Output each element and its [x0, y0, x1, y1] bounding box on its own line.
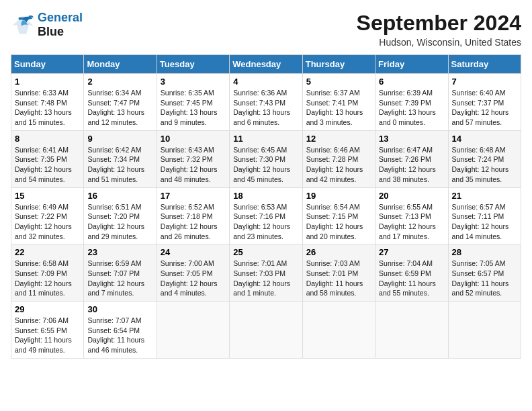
calendar-cell: 22Sunrise: 6:58 AMSunset: 7:09 PMDayligh… [11, 244, 84, 302]
day-info: Sunrise: 6:54 AMSunset: 7:15 PMDaylight:… [306, 202, 371, 242]
logo-icon [11, 13, 35, 37]
calendar-cell: 6Sunrise: 6:39 AMSunset: 7:39 PMDaylight… [375, 74, 448, 131]
day-number: 14 [452, 134, 517, 144]
day-number: 16 [87, 191, 152, 201]
calendar-cell: 17Sunrise: 6:52 AMSunset: 7:18 PMDayligh… [157, 187, 229, 244]
calendar-week-4: 22Sunrise: 6:58 AMSunset: 7:09 PMDayligh… [11, 244, 521, 302]
day-info: Sunrise: 6:39 AMSunset: 7:39 PMDaylight:… [379, 88, 444, 128]
calendar-table: SundayMondayTuesdayWednesdayThursdayFrid… [11, 54, 521, 359]
calendar-cell: 11Sunrise: 6:45 AMSunset: 7:30 PMDayligh… [230, 130, 302, 187]
day-number: 24 [161, 247, 226, 257]
day-number: 12 [306, 134, 371, 144]
calendar-cell: 25Sunrise: 7:01 AMSunset: 7:03 PMDayligh… [230, 244, 302, 302]
calendar-cell: 3Sunrise: 6:35 AMSunset: 7:45 PMDaylight… [157, 74, 229, 131]
day-info: Sunrise: 7:00 AMSunset: 7:05 PMDaylight:… [161, 259, 226, 298]
day-info: Sunrise: 7:07 AMSunset: 6:54 PMDaylight:… [87, 316, 152, 355]
calendar-cell [448, 302, 521, 359]
day-info: Sunrise: 7:05 AMSunset: 6:57 PMDaylight:… [452, 259, 517, 298]
calendar-cell: 19Sunrise: 6:54 AMSunset: 7:15 PMDayligh… [302, 187, 375, 244]
day-number: 26 [306, 247, 371, 257]
day-number: 5 [306, 77, 371, 87]
day-number: 13 [379, 134, 444, 144]
calendar-cell: 20Sunrise: 6:55 AMSunset: 7:13 PMDayligh… [375, 187, 448, 244]
day-number: 21 [452, 191, 517, 201]
day-info: Sunrise: 6:46 AMSunset: 7:28 PMDaylight:… [306, 145, 371, 185]
day-info: Sunrise: 7:06 AMSunset: 6:55 PMDaylight:… [15, 316, 80, 355]
day-number: 8 [15, 134, 80, 144]
title-area: September 2024 Hudson, Wisconsin, United… [357, 11, 521, 48]
weekday-header-sunday: Sunday [11, 55, 84, 74]
calendar-cell: 2Sunrise: 6:34 AMSunset: 7:47 PMDaylight… [84, 74, 157, 131]
day-number: 19 [306, 191, 371, 201]
day-number: 25 [233, 247, 298, 257]
weekday-header-thursday: Thursday [302, 55, 375, 74]
day-number: 2 [87, 77, 152, 87]
day-number: 9 [87, 134, 152, 144]
calendar-week-5: 29Sunrise: 7:06 AMSunset: 6:55 PMDayligh… [11, 302, 521, 359]
calendar-week-1: 1Sunrise: 6:33 AMSunset: 7:48 PMDaylight… [11, 74, 521, 131]
day-number: 18 [233, 191, 298, 201]
day-number: 4 [233, 77, 298, 87]
calendar-cell [302, 302, 375, 359]
calendar-cell: 9Sunrise: 6:42 AMSunset: 7:34 PMDaylight… [84, 130, 157, 187]
calendar-cell: 1Sunrise: 6:33 AMSunset: 7:48 PMDaylight… [11, 74, 84, 131]
calendar-body: 1Sunrise: 6:33 AMSunset: 7:48 PMDaylight… [11, 74, 521, 359]
header: General Blue September 2024 Hudson, Wisc… [11, 11, 521, 48]
calendar-cell: 15Sunrise: 6:49 AMSunset: 7:22 PMDayligh… [11, 187, 84, 244]
day-number: 10 [161, 134, 226, 144]
day-info: Sunrise: 7:03 AMSunset: 7:01 PMDaylight:… [306, 259, 371, 298]
calendar-cell: 26Sunrise: 7:03 AMSunset: 7:01 PMDayligh… [302, 244, 375, 302]
weekday-header-wednesday: Wednesday [230, 55, 302, 74]
day-info: Sunrise: 6:45 AMSunset: 7:30 PMDaylight:… [233, 145, 298, 185]
day-number: 29 [15, 304, 80, 314]
day-info: Sunrise: 6:48 AMSunset: 7:24 PMDaylight:… [452, 145, 517, 185]
day-info: Sunrise: 6:53 AMSunset: 7:16 PMDaylight:… [233, 202, 298, 242]
day-number: 28 [452, 247, 517, 257]
day-info: Sunrise: 6:37 AMSunset: 7:41 PMDaylight:… [306, 88, 371, 128]
day-info: Sunrise: 6:35 AMSunset: 7:45 PMDaylight:… [161, 88, 226, 128]
calendar-cell: 7Sunrise: 6:40 AMSunset: 7:37 PMDaylight… [448, 74, 521, 131]
day-number: 22 [15, 247, 80, 257]
day-info: Sunrise: 6:52 AMSunset: 7:18 PMDaylight:… [161, 202, 226, 242]
day-info: Sunrise: 6:49 AMSunset: 7:22 PMDaylight:… [15, 202, 80, 242]
day-info: Sunrise: 6:34 AMSunset: 7:47 PMDaylight:… [87, 88, 152, 128]
day-info: Sunrise: 6:33 AMSunset: 7:48 PMDaylight:… [15, 88, 80, 128]
calendar-cell: 29Sunrise: 7:06 AMSunset: 6:55 PMDayligh… [11, 302, 84, 359]
calendar-cell: 21Sunrise: 6:57 AMSunset: 7:11 PMDayligh… [448, 187, 521, 244]
calendar-cell: 27Sunrise: 7:04 AMSunset: 6:59 PMDayligh… [375, 244, 448, 302]
day-number: 30 [87, 304, 152, 314]
day-info: Sunrise: 6:40 AMSunset: 7:37 PMDaylight:… [452, 88, 517, 128]
day-number: 15 [15, 191, 80, 201]
calendar-cell: 14Sunrise: 6:48 AMSunset: 7:24 PMDayligh… [448, 130, 521, 187]
weekday-header-saturday: Saturday [448, 55, 521, 74]
calendar-cell: 13Sunrise: 6:47 AMSunset: 7:26 PMDayligh… [375, 130, 448, 187]
page-title: September 2024 [357, 11, 521, 36]
calendar-cell: 28Sunrise: 7:05 AMSunset: 6:57 PMDayligh… [448, 244, 521, 302]
calendar-cell: 5Sunrise: 6:37 AMSunset: 7:41 PMDaylight… [302, 74, 375, 131]
day-info: Sunrise: 6:36 AMSunset: 7:43 PMDaylight:… [233, 88, 298, 128]
day-info: Sunrise: 6:55 AMSunset: 7:13 PMDaylight:… [379, 202, 444, 242]
day-number: 7 [452, 77, 517, 87]
day-info: Sunrise: 6:43 AMSunset: 7:32 PMDaylight:… [161, 145, 226, 185]
day-info: Sunrise: 6:41 AMSunset: 7:35 PMDaylight:… [15, 145, 80, 185]
calendar-cell: 24Sunrise: 7:00 AMSunset: 7:05 PMDayligh… [157, 244, 229, 302]
day-info: Sunrise: 6:42 AMSunset: 7:34 PMDaylight:… [87, 145, 152, 185]
day-number: 17 [161, 191, 226, 201]
day-number: 6 [379, 77, 444, 87]
day-info: Sunrise: 6:59 AMSunset: 7:07 PMDaylight:… [87, 259, 152, 298]
calendar-cell: 10Sunrise: 6:43 AMSunset: 7:32 PMDayligh… [157, 130, 229, 187]
calendar-cell: 12Sunrise: 6:46 AMSunset: 7:28 PMDayligh… [302, 130, 375, 187]
day-number: 3 [161, 77, 226, 87]
calendar-week-2: 8Sunrise: 6:41 AMSunset: 7:35 PMDaylight… [11, 130, 521, 187]
weekday-header-friday: Friday [375, 55, 448, 74]
calendar-cell: 18Sunrise: 6:53 AMSunset: 7:16 PMDayligh… [230, 187, 302, 244]
day-info: Sunrise: 6:57 AMSunset: 7:11 PMDaylight:… [452, 202, 517, 242]
day-info: Sunrise: 7:01 AMSunset: 7:03 PMDaylight:… [233, 259, 298, 298]
weekday-header-monday: Monday [84, 55, 157, 74]
calendar-cell: 23Sunrise: 6:59 AMSunset: 7:07 PMDayligh… [84, 244, 157, 302]
calendar-cell [375, 302, 448, 359]
calendar-header-row: SundayMondayTuesdayWednesdayThursdayFrid… [11, 55, 521, 74]
calendar-cell: 16Sunrise: 6:51 AMSunset: 7:20 PMDayligh… [84, 187, 157, 244]
weekday-header-tuesday: Tuesday [157, 55, 229, 74]
calendar-cell [230, 302, 302, 359]
